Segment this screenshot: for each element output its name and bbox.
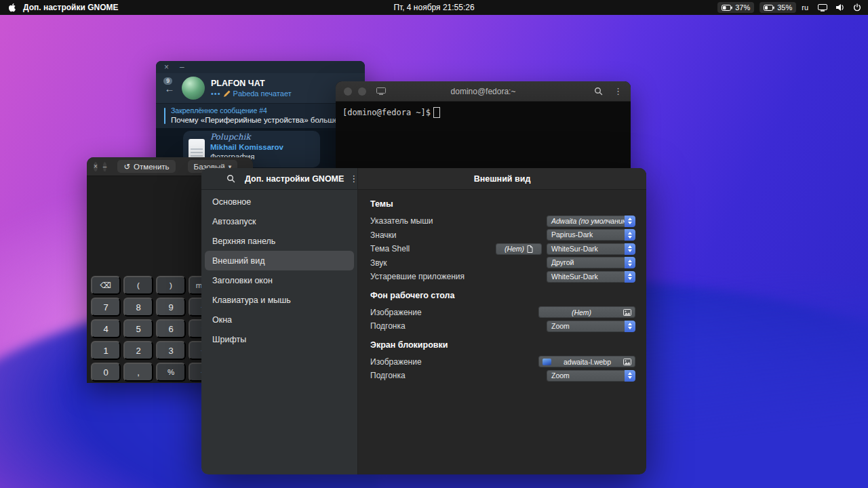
clock[interactable]: Пт, 4 ноября 21:55:26 [393, 3, 474, 12]
dropdown-stepper-icon [625, 216, 635, 227]
sidebar-item-autostart[interactable]: Автозапуск [205, 211, 354, 231]
minimize-icon[interactable]: – [103, 162, 107, 171]
back-button[interactable]: ← 9 [163, 83, 176, 94]
setting-label: Изображение [370, 357, 422, 367]
legacy-apps-theme-row: Устаревшие приложения WhiteSur-Dark [370, 270, 635, 284]
setting-label: Изображение [370, 308, 422, 317]
file-button-value: (Нет) [505, 245, 524, 253]
digit-2-key[interactable]: 2 [123, 341, 153, 360]
close-icon[interactable]: × [94, 162, 98, 171]
sidebar-item-top-bar[interactable]: Верхняя панель [205, 231, 354, 251]
setting-label: Подгонка [370, 321, 406, 331]
pinned-accent-bar [164, 108, 165, 124]
terminal-content[interactable]: [domino@fedora ~]$ [336, 102, 631, 123]
sidebar-item-keyboard-mouse[interactable]: Клавиатура и мышь [205, 290, 354, 310]
percent-key[interactable]: % [156, 363, 186, 382]
secondary-battery-indicator[interactable]: 35% [760, 2, 796, 13]
sound-theme-row: Звук Другой [370, 256, 635, 270]
undo-icon: ↺ [123, 162, 130, 171]
decimal-key[interactable]: , [123, 363, 153, 382]
terminal-title: domino@fedora:~ [451, 87, 516, 96]
battery-percent: 35% [777, 3, 792, 12]
dropdown-value: Adwaita (по умолчанию) [547, 216, 625, 227]
cursor-theme-row: Указатель мыши Adwaita (по умолчанию) [370, 214, 635, 228]
chat-title: PLAFON ЧАТ [211, 79, 292, 89]
sidebar-item-general[interactable]: Основное [205, 192, 354, 211]
minimize-icon[interactable]: – [180, 62, 184, 72]
cursor-theme-dropdown[interactable]: Adwaita (по умолчанию) [547, 216, 635, 227]
typing-status: ••• Pabeda печатает [211, 89, 292, 98]
undo-button[interactable]: ↺ Отменить [117, 160, 175, 173]
telegram-titlebar[interactable]: × – [156, 61, 365, 73]
sidebar-item-appearance[interactable]: Внешний вид [205, 251, 354, 270]
digit-7-key[interactable]: 7 [91, 298, 121, 317]
dropdown-value: Другой [547, 257, 625, 268]
chat-avatar[interactable] [182, 77, 205, 100]
typing-dots: ••• [211, 89, 221, 98]
terminal-tab-icon[interactable] [376, 87, 386, 96]
message-sender[interactable]: Mikhail Komissarov [210, 143, 283, 151]
sidebar-item-window-titlebars[interactable]: Заголовки окон [205, 270, 354, 290]
gnome-tweaks-window: Доп. настройки GNOME ⋮ Основное Автозапу… [201, 168, 646, 474]
shell-theme-file-button[interactable]: (Нет) [496, 243, 542, 255]
search-icon[interactable] [226, 174, 235, 183]
menu-icon[interactable]: ⋮ [614, 86, 623, 96]
terminal-titlebar[interactable]: domino@fedora:~ ⋮ [336, 81, 631, 102]
unread-badge: 9 [163, 77, 172, 85]
digit-1-key[interactable]: 1 [91, 341, 121, 360]
minimize-icon[interactable] [358, 87, 366, 96]
power-icon[interactable] [853, 3, 861, 12]
digit-4-key[interactable]: 4 [91, 319, 121, 338]
shell-prompt: [domino@fedora ~]$ [342, 108, 431, 117]
display-icon[interactable] [818, 4, 827, 12]
sidebar-items: Основное Автозапуск Верхняя панель Внешн… [201, 190, 357, 349]
volume-icon[interactable] [835, 3, 845, 12]
dropdown-stepper-icon [625, 257, 635, 268]
dropdown-value: WhiteSur-Dark [547, 243, 625, 255]
digit-8-key[interactable]: 8 [123, 298, 153, 317]
close-paren-key[interactable]: ) [156, 276, 186, 295]
pencil-icon [224, 90, 231, 97]
telegram-chat-header[interactable]: ← 9 PLAFON ЧАТ ••• Pabeda печатает [156, 73, 365, 103]
close-icon[interactable]: × [164, 62, 169, 72]
digit-9-key[interactable]: 9 [156, 298, 186, 317]
close-icon[interactable] [344, 87, 352, 96]
digit-6-key[interactable]: 6 [156, 319, 186, 338]
shell-theme-dropdown[interactable]: WhiteSur-Dark [547, 243, 635, 255]
pinned-message-bar[interactable]: Закреплённое сообщение #4 Почему «Перифе… [156, 103, 365, 128]
setting-label: Тема Shell [370, 244, 410, 253]
battery-icon [722, 5, 732, 11]
section-title-lock-screen: Экран блокировки [370, 340, 635, 350]
legacy-apps-dropdown[interactable]: WhiteSur-Dark [547, 271, 635, 283]
active-app-menu[interactable]: Доп. настройки GNOME [23, 3, 119, 12]
section-title-desktop-background: Фон рабочего стола [370, 291, 635, 300]
desktop-image-file-button[interactable]: (Нет) [538, 306, 635, 318]
setting-label: Значки [370, 230, 397, 240]
open-paren-key[interactable]: ( [123, 276, 153, 295]
digit-0-key[interactable]: 0 [91, 363, 121, 382]
apple-menu-icon[interactable] [8, 3, 16, 12]
page-title: Внешний вид [358, 168, 646, 190]
section-title-themes: Темы [370, 199, 635, 209]
desktop-adjustment-dropdown[interactable]: Zoom [547, 321, 635, 332]
icon-theme-dropdown[interactable]: Papirus-Dark [547, 229, 635, 241]
tweaks-sidebar-header[interactable]: Доп. настройки GNOME ⋮ [201, 168, 357, 190]
dropdown-value: Papirus-Dark [547, 229, 625, 241]
search-icon[interactable] [594, 87, 603, 96]
image-icon [623, 309, 631, 316]
battery-indicator[interactable]: 37% [717, 2, 754, 13]
lockscreen-image-file-button[interactable]: adwaita-l.webp [538, 356, 635, 367]
lockscreen-adjustment-dropdown[interactable]: Zoom [547, 370, 635, 382]
shell-theme-row: Тема Shell (Нет) WhiteSur-Dark [370, 242, 635, 256]
backspace-key[interactable]: ⌫ [91, 276, 121, 295]
terminal-cursor [433, 107, 440, 118]
image-preview-thumbnail [542, 359, 551, 365]
message-signature: Polupchik [210, 132, 251, 142]
sidebar-item-windows[interactable]: Окна [205, 310, 354, 329]
digit-5-key[interactable]: 5 [123, 319, 153, 338]
digit-3-key[interactable]: 3 [156, 341, 186, 360]
keyboard-layout-indicator[interactable]: ru [802, 3, 808, 12]
sound-theme-dropdown[interactable]: Другой [547, 257, 635, 268]
sidebar-item-fonts[interactable]: Шрифты [205, 329, 354, 349]
menu-icon[interactable]: ⋮ [349, 174, 358, 184]
